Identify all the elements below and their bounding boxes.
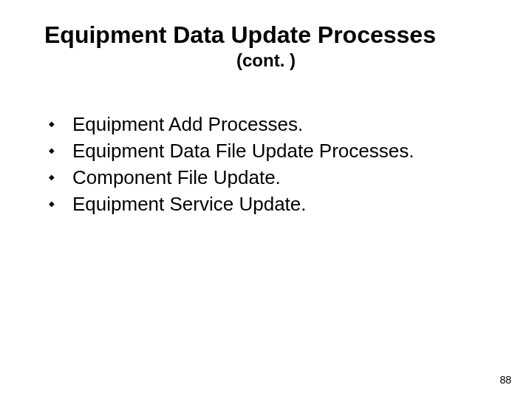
list-item: Equipment Add Processes. — [44, 112, 502, 138]
page-number: 88 — [499, 374, 511, 386]
list-item: Component File Update. — [44, 165, 502, 191]
bullet-list: Equipment Add Processes. Equipment Data … — [30, 112, 502, 218]
slide-subtitle: (cont. ) — [30, 50, 502, 71]
list-item: Equipment Service Update. — [44, 191, 502, 218]
list-item: Equipment Data File Update Processes. — [44, 138, 502, 165]
slide-title: Equipment Data Update Processes — [44, 21, 502, 49]
